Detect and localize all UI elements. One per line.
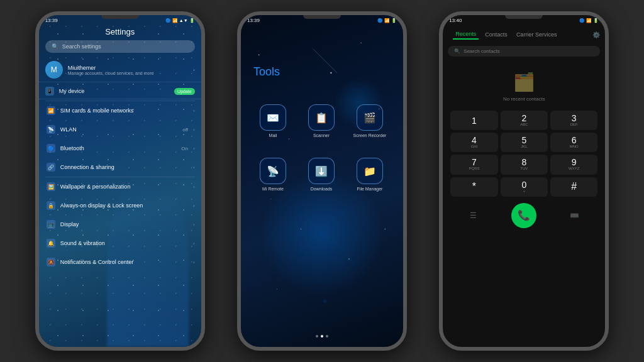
menu-item-sound[interactable]: 🔔 Sound & vibration › — [39, 234, 201, 253]
connection-label: Connection & sharing — [60, 164, 188, 170]
device-icon: 📱 — [45, 87, 54, 96]
chevron-right-icon: › — [193, 184, 195, 190]
downloads-icon: ⬇️ — [308, 158, 335, 184]
key-5[interactable]: 5 JKL — [501, 133, 548, 152]
svg-point-12 — [323, 299, 327, 303]
sound-label: Sound & vibration — [60, 240, 188, 246]
status-bar: 13:39 🔵 📶 ▲▼ 🔋 — [39, 15, 201, 26]
connection-icon: 🔗 — [47, 163, 55, 172]
downloads-label: Downloads — [311, 187, 333, 191]
chevron-right-icon: › — [193, 222, 195, 228]
tab-recents[interactable]: Recents — [453, 30, 479, 40]
no-recent-text: No recent contacts — [503, 96, 545, 102]
notifications-label: Notifications & Control center — [60, 259, 188, 265]
mi-remote-icon: 📡 — [260, 158, 286, 184]
key-6[interactable]: 6 MNO — [550, 133, 597, 152]
key-2[interactable]: 2 ABC — [501, 111, 548, 130]
app-grid: ✉️ Mail 📋 Scanner 🎬 Screen Recorder 📡 Mi… — [250, 87, 392, 191]
sound-icon: 🔔 — [47, 239, 55, 248]
menu-button[interactable]: ☰ — [464, 206, 484, 226]
dialer-screen: 13:40 🔵 📶 🔋 Recents Contacts Carrier Ser… — [443, 15, 605, 347]
phone-dialer: 13:40 🔵 📶 🔋 Recents Contacts Carrier Ser… — [439, 11, 609, 351]
screen-recorder-label: Screen Recorder — [353, 133, 387, 138]
menu-item-notifications[interactable]: 🔕 Notifications & Control center › — [39, 253, 201, 272]
bt-icon: 🔵 — [165, 18, 171, 23]
menu-item-bluetooth[interactable]: 🔵 Bluetooth On › — [39, 139, 201, 158]
wifi-icon: ▲▼ — [179, 18, 188, 23]
tab-carrier[interactable]: Carrier Services — [514, 30, 560, 39]
signal-icon: 📶 — [384, 18, 390, 23]
app-mi-remote[interactable]: 📡 Mi Remote — [250, 141, 296, 191]
key-hash[interactable]: # — [550, 177, 597, 197]
app-file-manager[interactable]: 📁 File Manager — [347, 141, 392, 191]
key-0[interactable]: 0 + — [501, 177, 548, 197]
wlan-label: WLAN — [60, 126, 178, 133]
contacts-search[interactable]: 🔍 Search contacts — [448, 46, 600, 57]
mail-label: Mail — [269, 133, 277, 138]
scanner-icon: 📋 — [308, 104, 335, 131]
chevron-right-icon: › — [193, 67, 195, 73]
chevron-right-icon: › — [193, 241, 195, 246]
key-3[interactable]: 3 DEF — [550, 111, 597, 130]
avatar: M — [45, 61, 63, 79]
svg-point-1 — [360, 42, 362, 43]
status-icons: 🔵 📶 ▲▼ 🔋 — [165, 18, 195, 23]
settings-search[interactable]: 🔍 Search settings — [45, 40, 195, 53]
account-name: Miuithemer — [68, 65, 188, 71]
app-downloads[interactable]: ⬇️ Downloads — [299, 141, 344, 191]
tabs-row: Recents Contacts Carrier Services ⚙️ — [443, 26, 605, 43]
scanner-label: Scanner — [313, 133, 330, 138]
svg-point-11 — [384, 228, 386, 229]
menu-item-aod[interactable]: 🔒 Always-on display & Lock screen › — [39, 196, 201, 215]
key-star[interactable]: * — [450, 177, 497, 197]
svg-point-8 — [348, 258, 350, 260]
menu-item-display[interactable]: 📺 Display › — [39, 215, 201, 234]
svg-point-9 — [277, 288, 277, 289]
dialpad-button[interactable]: ⌨️ — [565, 206, 585, 226]
settings-title: Settings — [39, 26, 201, 40]
bt-icon: 🔵 — [377, 18, 383, 23]
menu-item-wallpaper[interactable]: 🖼️ Wallpaper & personalization › — [39, 177, 201, 196]
key-7[interactable]: 7 PQRS — [450, 155, 497, 174]
wallpaper-label: Wallpaper & personalization — [60, 184, 188, 190]
device-row[interactable]: 📱 My device Update — [39, 84, 201, 99]
settings-screen: 13:39 🔵 📶 ▲▼ 🔋 Settings 🔍 Search setting… — [39, 15, 201, 347]
tab-contacts[interactable]: Contacts — [482, 30, 510, 39]
signal-icon: 📶 — [586, 18, 592, 23]
notifications-icon: 🔕 — [47, 258, 55, 266]
phone-settings: 13:39 🔵 📶 ▲▼ 🔋 Settings 🔍 Search setting… — [35, 11, 205, 351]
app-scanner[interactable]: 📋 Scanner — [299, 87, 344, 138]
search-placeholder: Search settings — [62, 43, 101, 50]
chevron-right-icon: › — [193, 108, 195, 114]
no-recent-contacts: 🗂️ No recent contacts — [443, 59, 605, 108]
phone-home: 13:39 🔵 📶 🔋 Tools ✉️ Mail 📋 Scanner — [237, 11, 407, 351]
mail-icon: ✉️ — [260, 104, 286, 131]
display-label: Display — [60, 221, 188, 228]
account-row[interactable]: M Miuithemer Manage accounts, cloud serv… — [39, 58, 201, 82]
menu-item-sim[interactable]: 📶 SIM cards & mobile networks › — [39, 101, 201, 120]
settings-icon[interactable]: ⚙️ — [592, 31, 600, 38]
update-badge[interactable]: Update — [174, 88, 195, 95]
bluetooth-icon: 🔵 — [47, 144, 55, 153]
menu-item-wlan[interactable]: 📡 WLAN off › — [39, 120, 201, 139]
app-mail[interactable]: ✉️ Mail — [250, 87, 296, 138]
svg-point-7 — [301, 229, 302, 230]
chevron-right-icon: › — [193, 165, 195, 170]
chevron-right-icon: › — [193, 203, 195, 209]
status-bar: 13:40 🔵 📶 🔋 — [443, 15, 605, 26]
bt-icon: 🔵 — [579, 18, 585, 23]
key-8[interactable]: 8 TUV — [501, 155, 548, 174]
aod-label: Always-on display & Lock screen — [60, 202, 188, 209]
status-time: 13:39 — [45, 18, 58, 23]
tools-label: Tools — [253, 65, 280, 79]
chevron-right-icon: › — [193, 127, 195, 133]
key-4[interactable]: 4 GHI — [450, 133, 497, 152]
menu-item-connection[interactable]: 🔗 Connection & sharing › — [39, 158, 201, 177]
key-9[interactable]: 9 WXYZ — [550, 155, 597, 174]
call-button[interactable]: 📞 — [511, 203, 536, 228]
page-dots — [316, 335, 328, 337]
chevron-right-icon: › — [193, 146, 195, 151]
app-screen-recorder[interactable]: 🎬 Screen Recorder — [347, 87, 392, 138]
key-1[interactable]: 1 — [450, 111, 497, 130]
search-icon: 🔍 — [52, 43, 58, 50]
